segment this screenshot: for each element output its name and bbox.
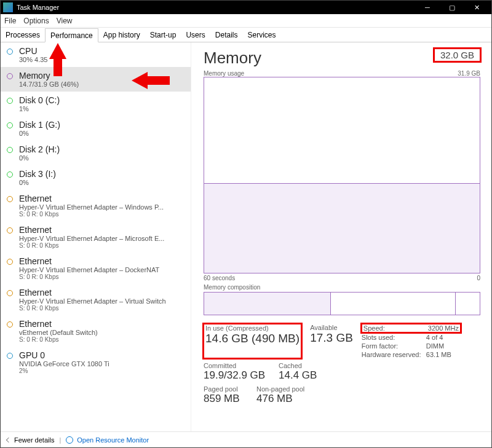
tab-details[interactable]: Details bbox=[210, 28, 243, 42]
speed-row: Speed: 3200 MHz bbox=[362, 324, 461, 332]
available-label: Available bbox=[310, 324, 353, 331]
sidebar-item-title: Disk 3 (I:) bbox=[19, 169, 184, 179]
sidebar-item-sub: 0% bbox=[19, 154, 184, 162]
sidebar-item-sub: Hyper-V Virtual Ethernet Adapter – Virtu… bbox=[19, 297, 184, 305]
status-dot-icon bbox=[7, 290, 13, 296]
sidebar-item-disk-2-h--4[interactable]: Disk 2 (H:)0% bbox=[1, 141, 191, 165]
status-dot-icon bbox=[7, 49, 13, 55]
menu-options[interactable]: Options bbox=[23, 17, 49, 25]
memory-usage-chart bbox=[204, 77, 480, 273]
memory-panel: Memory 32.0 GB Memory usage 31.9 GB 60 s… bbox=[191, 42, 491, 431]
tab-app-history[interactable]: App history bbox=[98, 28, 145, 42]
paged-value: 859 MB bbox=[204, 393, 248, 405]
paged-label: Paged pool bbox=[204, 385, 248, 393]
chart-xleft: 60 seconds bbox=[204, 275, 235, 281]
status-dot-icon bbox=[7, 171, 13, 178]
menubar: File Options View bbox=[1, 14, 491, 28]
status-dot-icon bbox=[7, 227, 13, 234]
sidebar-item-sub: 0% bbox=[19, 179, 184, 186]
sidebar-item-sub: Hyper-V Virtual Ethernet Adapter – Docke… bbox=[19, 266, 184, 273]
chevron-up-icon bbox=[6, 437, 11, 442]
tab-performance[interactable]: Performance bbox=[45, 28, 98, 42]
sidebar-item-title: Ethernet bbox=[19, 225, 184, 235]
sidebar-item-disk-1-g--3[interactable]: Disk 1 (G:)0% bbox=[1, 116, 191, 141]
page-title: Memory bbox=[204, 49, 261, 68]
slots-label: Slots used: bbox=[362, 334, 426, 341]
status-dot-icon bbox=[7, 321, 13, 328]
form-value: DIMM bbox=[426, 342, 444, 350]
sidebar-item-gpu-0-11[interactable]: GPU 0NVIDIA GeForce GTX 1080 Ti2% bbox=[1, 347, 191, 378]
sidebar-item-ethernet-6[interactable]: EthernetHyper-V Virtual Ethernet Adapter… bbox=[1, 190, 191, 221]
maximize-button[interactable]: ▢ bbox=[440, 1, 464, 14]
footer: Fewer details | Open Resource Monitor bbox=[1, 431, 491, 447]
slots-row: Slots used: 4 of 4 bbox=[362, 334, 461, 341]
open-resource-monitor-link[interactable]: Open Resource Monitor bbox=[77, 436, 149, 444]
sidebar-item-sub: 1% bbox=[19, 105, 184, 112]
resource-monitor-icon bbox=[66, 436, 73, 444]
nonpaged-label: Non-paged pool bbox=[256, 385, 304, 393]
cached-label: Cached bbox=[279, 362, 317, 369]
minimize-button[interactable]: ─ bbox=[415, 1, 440, 14]
annotation-arrow-left bbox=[132, 72, 148, 89]
sidebar-item-cpu-0[interactable]: CPU30% 4.35 bbox=[1, 42, 191, 67]
sidebar-item-title: GPU 0 bbox=[19, 350, 184, 360]
sidebar-item-sub: 30% 4.35 bbox=[19, 56, 184, 63]
tab-processes[interactable]: Processes bbox=[1, 28, 45, 42]
speed-label: Speed: bbox=[363, 324, 428, 332]
sidebar-item-ethernet-8[interactable]: EthernetHyper-V Virtual Ethernet Adapter… bbox=[1, 253, 191, 284]
reserved-row: Hardware reserved: 63.1 MB bbox=[362, 351, 461, 358]
memory-composition-chart bbox=[204, 292, 480, 315]
annotation-arrow-up bbox=[49, 43, 66, 59]
available-value: 17.3 GB bbox=[310, 331, 353, 345]
sidebar-item-sub: vEthernet (Default Switch) bbox=[19, 329, 184, 336]
status-dot-icon bbox=[7, 353, 13, 359]
chart-ymax: 31.9 GB bbox=[458, 70, 480, 77]
status-dot-icon bbox=[7, 196, 13, 202]
tab-startup[interactable]: Start-up bbox=[145, 28, 181, 42]
sidebar-item-ethernet-7[interactable]: EthernetHyper-V Virtual Ethernet Adapter… bbox=[1, 221, 191, 253]
sidebar-item-sub2: S: 0 R: 0 Kbps bbox=[19, 305, 184, 312]
sidebar-item-title: Disk 0 (C:) bbox=[19, 95, 184, 105]
sidebar-item-sub: 0% bbox=[19, 130, 184, 137]
cached-value: 14.4 GB bbox=[279, 369, 317, 382]
tab-users[interactable]: Users bbox=[181, 28, 210, 42]
status-dot-icon bbox=[7, 98, 13, 104]
sidebar-item-title: Ethernet bbox=[19, 319, 184, 329]
sidebar-item-sub2: S: 0 R: 0 Kbps bbox=[19, 273, 184, 280]
status-dot-icon bbox=[7, 73, 13, 79]
close-button[interactable]: ✕ bbox=[464, 1, 489, 14]
menu-file[interactable]: File bbox=[4, 17, 16, 25]
sidebar-item-title: Ethernet bbox=[19, 194, 184, 203]
sidebar-item-sub2: S: 0 R: 0 Kbps bbox=[19, 211, 184, 218]
sidebar-item-sub: Hyper-V Virtual Ethernet Adapter – Micro… bbox=[19, 235, 184, 242]
committed-label: Committed bbox=[204, 362, 270, 369]
sidebar-item-disk-3-i--5[interactable]: Disk 3 (I:)0% bbox=[1, 165, 191, 190]
sidebar-item-ethernet-10[interactable]: EthernetvEthernet (Default Switch)S: 0 R… bbox=[1, 315, 191, 347]
speed-value: 3200 MHz bbox=[428, 324, 459, 332]
titlebar[interactable]: Task Manager ─ ▢ ✕ bbox=[1, 1, 491, 14]
status-dot-icon bbox=[7, 147, 13, 153]
nonpaged-value: 476 MB bbox=[256, 393, 304, 405]
sidebar-item-sub2: 2% bbox=[19, 367, 184, 374]
sidebar-item-sub: Hyper-V Virtual Ethernet Adapter – Windo… bbox=[19, 203, 184, 211]
form-label: Form factor: bbox=[362, 342, 426, 350]
perf-sidebar: CPU30% 4.35Memory14.7/31.9 GB (46%)Disk … bbox=[1, 42, 191, 431]
sidebar-item-title: Ethernet bbox=[19, 288, 184, 297]
fewer-details-link[interactable]: Fewer details bbox=[14, 436, 54, 444]
sidebar-item-title: Disk 1 (G:) bbox=[19, 120, 184, 130]
tab-services[interactable]: Services bbox=[242, 28, 280, 42]
committed-value: 19.9/32.9 GB bbox=[204, 369, 270, 382]
sidebar-item-title: Disk 2 (H:) bbox=[19, 144, 184, 154]
sidebar-item-title: CPU bbox=[19, 46, 184, 56]
form-row: Form factor: DIMM bbox=[362, 342, 461, 350]
chart-xright: 0 bbox=[477, 275, 480, 281]
app-icon bbox=[3, 2, 13, 12]
status-dot-icon bbox=[7, 259, 13, 265]
sidebar-item-disk-0-c--2[interactable]: Disk 0 (C:)1% bbox=[1, 92, 191, 116]
sidebar-item-ethernet-9[interactable]: EthernetHyper-V Virtual Ethernet Adapter… bbox=[1, 284, 191, 315]
inuse-value: 14.6 GB (490 MB) bbox=[205, 332, 300, 345]
sidebar-item-sub2: S: 0 R: 0 Kbps bbox=[19, 242, 184, 249]
window-title: Task Manager bbox=[17, 4, 59, 11]
menu-view[interactable]: View bbox=[57, 17, 73, 25]
composition-label: Memory composition bbox=[204, 284, 480, 291]
